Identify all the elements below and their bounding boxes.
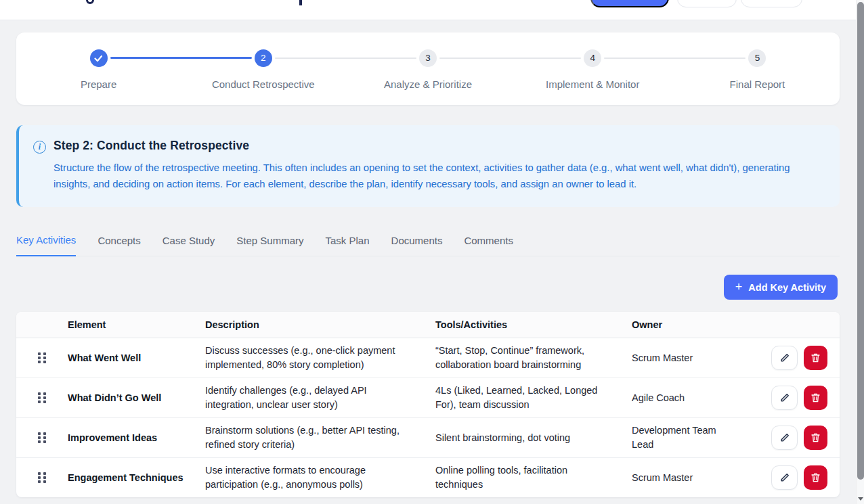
drag-handle-cell xyxy=(16,472,68,483)
cell-element: Improvement Ideas xyxy=(68,431,205,445)
edit-button[interactable] xyxy=(771,386,798,410)
drag-handle-cell xyxy=(16,352,68,363)
scrollbar-thumb[interactable] xyxy=(857,2,864,480)
column-header-element: Element xyxy=(68,319,205,330)
row-actions xyxy=(755,386,840,410)
trash-icon xyxy=(811,352,821,363)
drag-handle-icon[interactable] xyxy=(38,432,47,443)
drag-handle-icon[interactable] xyxy=(38,472,47,483)
drag-handle-icon[interactable] xyxy=(38,352,47,363)
content-tabs: Key Activities Concepts Case Study Step … xyxy=(16,227,840,256)
table-toolbar: + Add Key Activity xyxy=(16,275,838,300)
add-key-activity-label: Add Key Activity xyxy=(748,282,826,293)
check-icon xyxy=(94,55,103,62)
stepper-step-label: Implement & Monitor xyxy=(546,78,639,90)
top-header-bar xyxy=(0,0,856,20)
add-key-activity-button[interactable]: + Add Key Activity xyxy=(724,275,838,300)
stepper-step[interactable]: 4 Implement & Monitor xyxy=(511,49,675,90)
cell-description: Use interactive formats to encourage par… xyxy=(205,463,435,492)
tab[interactable]: Step Summary xyxy=(236,227,303,256)
cell-owner: Agile Coach xyxy=(632,391,755,405)
row-actions xyxy=(755,346,840,370)
cell-owner: Scrum Master xyxy=(632,351,755,365)
column-header-tools: Tools/Activities xyxy=(435,319,632,330)
cell-element: What Went Well xyxy=(68,351,205,365)
info-icon: i xyxy=(33,141,46,154)
key-activities-table: Element Description Tools/Activities Own… xyxy=(16,312,840,497)
tab[interactable]: Key Activities xyxy=(16,227,76,256)
pencil-icon xyxy=(779,432,790,443)
cell-description: Discuss successes (e.g., one-click payme… xyxy=(205,344,435,372)
stepper-connector-line xyxy=(110,57,252,59)
stepper-step-circle[interactable]: 3 xyxy=(419,49,437,67)
step-info-title: Step 2: Conduct the Retrospective xyxy=(53,139,799,153)
stepper-step-number: 2 xyxy=(261,53,266,63)
stepper-connector-line xyxy=(439,58,581,59)
cell-element: What Didn’t Go Well xyxy=(68,391,205,405)
stepper-step-label: Analyze & Prioritize xyxy=(384,78,472,90)
tab[interactable]: Task Plan xyxy=(326,227,370,256)
drag-handle-cell xyxy=(16,432,68,443)
cell-description: Brainstorm solutions (e.g., better API t… xyxy=(205,423,435,452)
stepper-step-number: 3 xyxy=(425,53,431,63)
cell-element: Engagement Techniques xyxy=(68,471,205,485)
stepper-step-circle[interactable]: 2 xyxy=(255,49,272,67)
stepper-connector-line xyxy=(604,58,746,59)
tab[interactable]: Comments xyxy=(464,227,513,256)
cell-owner: Scrum Master xyxy=(632,471,755,485)
page-body: 1 Prepare 2 Condu xyxy=(0,20,856,504)
stepper-step[interactable]: 5 Final Report xyxy=(675,49,840,90)
stepper-step-label: Conduct Retrospective xyxy=(212,78,315,90)
table-row: Engagement Techniques Use interactive fo… xyxy=(16,457,840,497)
cell-tools: Online polling tools, facilitation techn… xyxy=(435,463,632,492)
cell-description: Identify challenges (e.g., delayed API i… xyxy=(205,384,435,412)
stepper-step-number: 5 xyxy=(755,53,760,63)
edit-button[interactable] xyxy=(771,426,798,450)
stepper-step[interactable]: 1 Prepare xyxy=(16,49,181,90)
tab[interactable]: Documents xyxy=(391,227,443,256)
cell-owner: Development Team Lead xyxy=(632,423,755,452)
cell-tools: “Start, Stop, Continue” framework, colla… xyxy=(435,344,632,372)
stepper-step[interactable]: 3 Analyze & Prioritize xyxy=(345,49,510,90)
pencil-icon xyxy=(779,352,790,363)
trash-icon xyxy=(811,432,821,443)
workflow-stepper-card: 1 Prepare 2 Condu xyxy=(16,32,840,105)
stepper-step-label: Prepare xyxy=(81,78,116,90)
table-header-row: Element Description Tools/Activities Own… xyxy=(16,312,840,338)
header-primary-button-clipped[interactable] xyxy=(590,0,669,7)
row-actions xyxy=(755,426,840,450)
stepper-step-label: Final Report xyxy=(730,78,785,90)
column-header-owner: Owner xyxy=(632,319,755,330)
header-secondary-button-clipped[interactable] xyxy=(741,0,802,7)
trash-icon xyxy=(811,472,821,483)
delete-button[interactable] xyxy=(804,386,827,410)
cell-tools: Silent brainstorming, dot voting xyxy=(435,431,632,445)
drag-handle-icon[interactable] xyxy=(38,392,47,403)
delete-button[interactable] xyxy=(804,346,827,370)
stepper-step-number: 4 xyxy=(590,53,595,63)
delete-button[interactable] xyxy=(804,426,827,450)
drag-handle-cell xyxy=(16,392,68,403)
cell-tools: 4Ls (Liked, Learned, Lacked, Longed For)… xyxy=(435,384,632,412)
stepper-step[interactable]: 2 Conduct Retrospective xyxy=(181,49,345,90)
edit-button[interactable] xyxy=(771,465,798,490)
tab[interactable]: Case Study xyxy=(163,227,215,256)
delete-button[interactable] xyxy=(804,465,827,490)
pencil-icon xyxy=(779,392,790,403)
page-title-clipped xyxy=(299,0,302,5)
stepper-connector-line xyxy=(275,58,416,59)
tab[interactable]: Concepts xyxy=(98,227,140,256)
row-actions xyxy=(755,465,840,490)
stepper-step-circle[interactable]: 1 xyxy=(90,49,108,67)
step-info-description: Structure the flow of the retrospective … xyxy=(53,160,799,192)
column-header-description: Description xyxy=(205,319,435,330)
edit-button[interactable] xyxy=(771,346,798,370)
vertical-scrollbar[interactable] xyxy=(856,0,864,504)
table-row: What Didn’t Go Well Identify challenges … xyxy=(16,377,840,417)
scrollbar-down-arrow-icon[interactable] xyxy=(858,497,863,501)
stepper-step-circle[interactable]: 4 xyxy=(584,49,601,67)
header-secondary-button-clipped[interactable] xyxy=(677,0,737,7)
pencil-icon xyxy=(779,472,790,483)
trash-icon xyxy=(811,392,821,403)
stepper-step-circle[interactable]: 5 xyxy=(748,49,766,67)
